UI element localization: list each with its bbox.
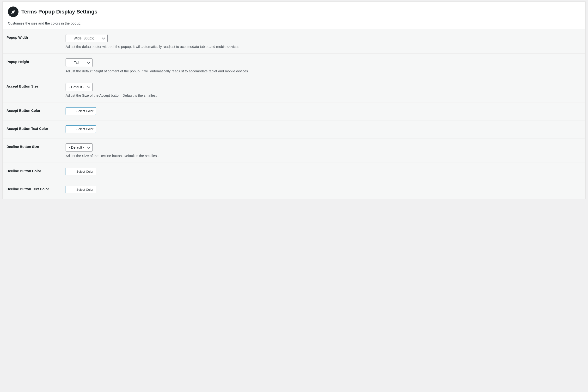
color-picker-decline-text[interactable]: Select Color <box>66 186 96 193</box>
label-accept-color: Accept Button Color <box>6 107 66 112</box>
label-decline-text-color: Decline Button Text Color <box>6 186 66 191</box>
help-accept-size: Adjust the Size of the Accept button. De… <box>66 94 582 98</box>
control-popup-width: Wide (800px) Adjust the default outer wi… <box>66 34 582 48</box>
select-popup-width[interactable]: Wide (800px) <box>66 34 108 42</box>
label-decline-color: Decline Button Color <box>6 168 66 173</box>
row-accept-text-color: Accept Button Text Color Select Color <box>3 120 585 138</box>
label-accept-size: Accept Button Size <box>6 83 66 88</box>
row-decline-size: Decline Button Size - Default - Adjust t… <box>3 138 585 162</box>
page-subtitle: Customize the size and the colors in the… <box>8 22 580 25</box>
row-decline-color: Decline Button Color Select Color <box>3 162 585 180</box>
row-accept-color: Accept Button Color Select Color <box>3 102 585 120</box>
page-title: Terms Popup Display Settings <box>21 9 97 15</box>
label-popup-width: Popup Width <box>6 34 66 40</box>
color-picker-decline[interactable]: Select Color <box>66 168 96 175</box>
control-accept-color: Select Color <box>66 107 582 116</box>
color-picker-label: Select Color <box>74 126 96 133</box>
color-picker-accept-text[interactable]: Select Color <box>66 125 96 133</box>
label-accept-text-color: Accept Button Text Color <box>6 125 66 130</box>
title-row: Terms Popup Display Settings <box>8 6 580 17</box>
select-accept-size[interactable]: - Default - <box>66 83 93 91</box>
control-accept-size: - Default - Adjust the Size of the Accep… <box>66 83 582 98</box>
color-picker-label: Select Color <box>74 108 96 115</box>
panel-header: Terms Popup Display Settings Customize t… <box>3 2 585 29</box>
row-popup-height: Popup Height Tall Adjust the default hei… <box>3 54 585 78</box>
control-decline-size: - Default - Adjust the Size of the Decli… <box>66 143 582 158</box>
color-swatch-icon <box>66 168 74 175</box>
row-popup-width: Popup Width Wide (800px) Adjust the defa… <box>3 29 585 54</box>
color-picker-accept[interactable]: Select Color <box>66 107 96 115</box>
color-swatch-icon <box>66 108 74 115</box>
control-decline-text-color: Select Color <box>66 186 582 194</box>
label-popup-height: Popup Height <box>6 58 66 64</box>
color-swatch-icon <box>66 126 74 133</box>
row-decline-text-color: Decline Button Text Color Select Color <box>3 180 585 199</box>
label-decline-size: Decline Button Size <box>6 143 66 148</box>
help-decline-size: Adjust the Size of the Decline button. D… <box>66 154 582 158</box>
color-picker-label: Select Color <box>74 168 96 175</box>
control-decline-color: Select Color <box>66 168 582 176</box>
select-decline-size[interactable]: - Default - <box>66 143 93 152</box>
pin-icon <box>8 6 18 17</box>
help-popup-height: Adjust the default height of content of … <box>66 69 582 73</box>
select-popup-height[interactable]: Tall <box>66 58 93 66</box>
color-swatch-icon <box>66 186 74 193</box>
control-popup-height: Tall Adjust the default height of conten… <box>66 58 582 73</box>
row-accept-size: Accept Button Size - Default - Adjust th… <box>3 78 585 102</box>
settings-table: Popup Width Wide (800px) Adjust the defa… <box>3 29 585 199</box>
color-picker-label: Select Color <box>74 186 96 193</box>
help-popup-width: Adjust the default outer width of the po… <box>66 45 582 48</box>
settings-panel: Terms Popup Display Settings Customize t… <box>2 2 586 199</box>
control-accept-text-color: Select Color <box>66 125 582 134</box>
